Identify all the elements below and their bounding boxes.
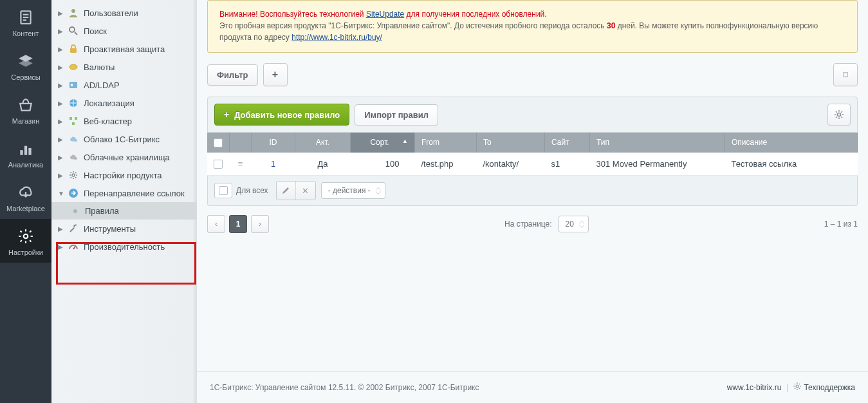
grid-settings-button[interactable]	[827, 104, 851, 126]
tree-adldap[interactable]: ▶AD/LDAP	[51, 76, 197, 94]
import-rules-button[interactable]: Импорт правил	[355, 104, 438, 126]
svg-rect-16	[71, 84, 73, 86]
col-checkbox[interactable]	[207, 133, 230, 153]
footer-support-link[interactable]: Техподдержка	[804, 383, 855, 392]
tree-redirects[interactable]: ▼Перенаправление ссылок	[51, 184, 197, 202]
table-row[interactable]: ≡ 1 Да 100 /test.php /kontakty/ s1 301 M…	[207, 153, 858, 176]
action-bar: +Добавить новое правило Импорт правил	[207, 97, 858, 133]
gauge-icon	[68, 241, 78, 252]
pager-row: ‹ 1 › На странице: 20 1 – 1 из 1	[207, 215, 858, 233]
sort-asc-icon: ▲	[402, 138, 408, 144]
rail-label: Контент	[13, 30, 39, 37]
cloud-icon	[68, 134, 78, 144]
rail-content[interactable]: Контент	[0, 0, 51, 44]
tree-localization[interactable]: ▶Локализация	[51, 94, 197, 112]
pager: ‹ 1 ›	[207, 215, 273, 233]
bulk-edit-button[interactable]	[277, 182, 296, 200]
tree-performance[interactable]: ▶Производительность	[51, 238, 197, 256]
rail-label: Marketplace	[6, 205, 45, 212]
footer-checkbox[interactable]	[219, 186, 228, 195]
record-range: 1 – 1 из 1	[824, 220, 858, 229]
row-menu-button[interactable]: ≡	[230, 153, 252, 176]
page-next-button[interactable]: ›	[251, 215, 269, 233]
plus-icon: +	[224, 109, 229, 120]
filter-toolbar: Фильтр +	[207, 63, 858, 86]
gear-small-icon	[68, 170, 78, 180]
per-page-select[interactable]: 20	[559, 216, 589, 232]
col-active[interactable]: Акт.	[295, 133, 351, 153]
user-icon	[68, 8, 78, 18]
maximize-icon	[843, 71, 848, 79]
col-description[interactable]: Описание	[725, 133, 858, 153]
svg-point-21	[72, 174, 75, 176]
tree-tools[interactable]: ▶Инструменты	[51, 220, 197, 238]
row-sort: 100	[351, 153, 415, 176]
col-sort[interactable]: Сорт.▲	[351, 133, 415, 153]
tree-product-settings[interactable]: ▶Настройки продукта	[51, 166, 197, 184]
tree-webcluster[interactable]: ▶Веб-кластер	[51, 112, 197, 130]
row-description: Тестовая ссылка	[725, 153, 858, 176]
col-type[interactable]: Тип	[590, 133, 725, 153]
magnifier-icon	[68, 26, 78, 36]
basket-icon	[15, 97, 36, 113]
tree-cloud-bitrix[interactable]: ▶Облако 1С-Битрикс	[51, 130, 197, 148]
row-from: /test.php	[415, 153, 477, 176]
cluster-icon	[68, 116, 78, 126]
add-rule-button[interactable]: +Добавить новое правило	[214, 104, 349, 126]
svg-rect-13	[70, 48, 77, 53]
svg-point-9	[24, 234, 28, 239]
tree-currency[interactable]: ▶Валюты	[51, 58, 197, 76]
cloud-storage-icon	[68, 152, 78, 162]
row-site: s1	[545, 153, 590, 176]
rail-services[interactable]: Сервисы	[0, 44, 51, 88]
document-icon	[15, 9, 36, 26]
rail-shop[interactable]: Магазин	[0, 88, 51, 131]
pencil-icon	[282, 187, 290, 194]
page-prev-button[interactable]: ‹	[207, 215, 225, 233]
checkbox-all[interactable]	[214, 138, 223, 147]
rail-label: Аналитика	[8, 161, 43, 169]
col-id[interactable]: ID	[252, 133, 295, 153]
svg-point-14	[69, 64, 77, 70]
rail-analytics[interactable]: Аналитика	[0, 131, 51, 175]
maximize-button[interactable]	[833, 63, 858, 86]
svg-point-25	[838, 113, 841, 117]
footer-checkbox-wrap[interactable]	[214, 183, 232, 198]
row-type: 301 Moved Permanently	[590, 153, 725, 176]
row-active: Да	[295, 153, 351, 176]
buy-link[interactable]: http://www.1c-bitrix.ru/buy/	[291, 33, 382, 42]
trial-days: 30	[607, 21, 615, 30]
svg-rect-20	[72, 122, 75, 125]
page-current[interactable]: 1	[229, 215, 247, 233]
bulk-delete-button[interactable]: ✕	[296, 182, 315, 200]
tree-search[interactable]: ▶Поиск	[51, 22, 197, 40]
page-footer: 1С-Битрикс: Управление сайтом 12.5.11. ©…	[197, 371, 868, 403]
cloud-download-icon	[15, 184, 36, 201]
coin-icon	[68, 62, 78, 72]
add-filter-button[interactable]: +	[263, 63, 288, 86]
svg-rect-8	[28, 148, 31, 155]
tree-rules[interactable]: Правила	[51, 202, 197, 220]
rail-label: Магазин	[12, 117, 39, 125]
bulk-actions-select[interactable]: - действия -	[321, 182, 385, 199]
col-site[interactable]: Сайт	[545, 133, 590, 153]
svg-rect-19	[75, 117, 77, 120]
row-id-link[interactable]: 1	[271, 159, 275, 169]
left-rail: Контент Сервисы Магазин Аналитика Market…	[0, 0, 51, 403]
tree-proactive[interactable]: ▶Проактивная защита	[51, 40, 197, 58]
row-checkbox[interactable]	[214, 160, 223, 169]
filter-button[interactable]: Фильтр	[207, 64, 258, 86]
tree-cloud-storage[interactable]: ▶Облачные хранилища	[51, 148, 197, 166]
col-from[interactable]: From	[415, 133, 477, 153]
col-to[interactable]: To	[477, 133, 545, 153]
per-page: На странице: 20	[504, 216, 589, 232]
siteupdate-link[interactable]: SiteUpdate	[366, 10, 404, 19]
bars-icon	[15, 140, 36, 157]
footer-site-link[interactable]: www.1c-bitrix.ru	[727, 383, 782, 392]
rail-marketplace[interactable]: Marketplace	[0, 175, 51, 219]
tree-users[interactable]: ▶Пользователи	[51, 4, 197, 22]
id-icon	[68, 80, 78, 90]
footer-copyright: 1С-Битрикс: Управление сайтом 12.5.11. ©…	[210, 383, 479, 392]
rail-settings[interactable]: Настройки	[0, 219, 51, 263]
svg-rect-18	[69, 117, 72, 120]
